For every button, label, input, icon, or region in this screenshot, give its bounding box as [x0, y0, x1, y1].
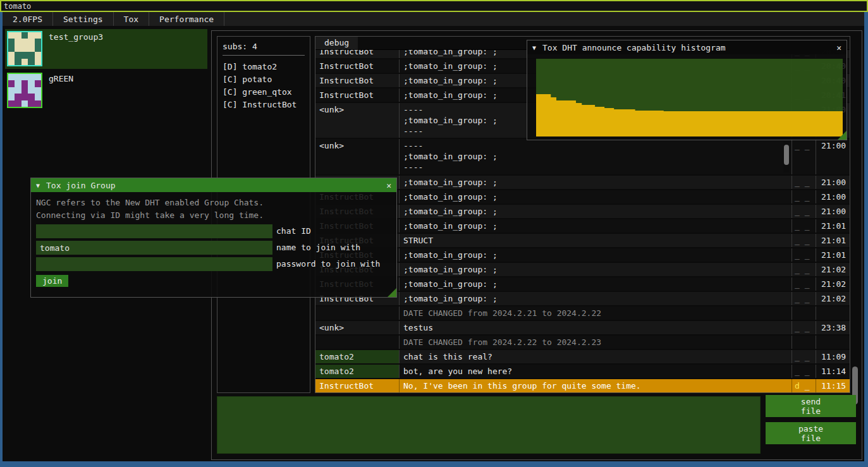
message-timestamp: 11:15	[816, 379, 850, 392]
resize-grip-icon[interactable]	[838, 131, 847, 140]
message-text: No, I've been in this group for quite so…	[399, 379, 792, 392]
message-status-flags: _ _	[792, 139, 816, 174]
message-status-flags: _ _	[792, 277, 816, 291]
join-group-title: Tox join Group	[46, 181, 380, 190]
message-sender: InstructBot	[315, 50, 399, 58]
message-text: bot, are you new here?	[399, 365, 792, 378]
message-status-flags: _ _	[792, 248, 816, 262]
tab-debug[interactable]: debug	[315, 37, 358, 49]
message-timestamp: 21:01	[816, 219, 850, 233]
message-timestamp: 23:38	[816, 321, 850, 334]
close-icon[interactable]: ✕	[836, 43, 841, 52]
join-group-titlebar[interactable]: ▼ Tox join Group ✕	[31, 178, 396, 192]
chat-message-row[interactable]: tomato2 bot, are you new here? _ _ 11:14	[315, 365, 850, 379]
message-status-flags	[792, 336, 816, 349]
chat-message-row[interactable]: InstructBot No, I've been in this group …	[315, 379, 850, 392]
message-text: ;tomato_in_group: ;	[399, 176, 792, 189]
join-password-label: password to join with	[276, 257, 380, 271]
chat-message-row[interactable]: <unk> ----;tomato_in_group: ;---- _ _ 21…	[315, 139, 850, 176]
message-timestamp: 11:14	[816, 365, 850, 378]
dht-histogram-window: ▼ Tox DHT announce capability histogram …	[527, 40, 847, 140]
chat-id-input[interactable]	[36, 224, 272, 238]
message-timestamp	[816, 306, 850, 320]
close-icon[interactable]: ✕	[386, 181, 391, 190]
subscriber-item[interactable]: [C] green_qtox	[223, 86, 305, 99]
message-text: DATE CHANGED from 2024.2.21 to 2024.2.22	[399, 306, 792, 320]
message-status-flags: _ _	[792, 190, 816, 203]
message-timestamp: 21:02	[816, 277, 850, 291]
subscribers-count: subs: 4	[223, 42, 305, 51]
menu-tox[interactable]: Tox	[114, 12, 149, 26]
window-titlebar[interactable]: tomato	[0, 0, 868, 12]
dht-histogram-plot	[536, 59, 843, 136]
message-timestamp: 21:02	[816, 263, 850, 276]
message-status-flags: _ _	[792, 205, 816, 218]
message-status-flags: _ _	[792, 292, 816, 305]
chat-message-row[interactable]: tomato2 chat is this real? _ _ 11:09	[315, 350, 850, 365]
message-status-flags: _ _	[792, 350, 816, 363]
window-title: tomato	[4, 2, 31, 11]
group-avatar	[7, 31, 42, 66]
collapse-arrow-icon[interactable]: ▼	[36, 182, 40, 189]
message-timestamp	[816, 336, 850, 349]
message-timestamp: 21:00	[816, 190, 850, 203]
dht-histogram-titlebar[interactable]: ▼ Tox DHT announce capability histogram …	[527, 40, 847, 54]
message-text: ;tomato_in_group: ;	[399, 248, 792, 262]
message-timestamp: 21:01	[816, 248, 850, 262]
message-scrollbar[interactable]	[783, 141, 790, 173]
join-button[interactable]: join	[36, 275, 68, 287]
chat-message-row[interactable]: DATE CHANGED from 2024.2.22 to 2024.2.23	[315, 336, 850, 350]
message-sender: InstructBot	[315, 379, 399, 392]
message-timestamp: 21:00	[816, 139, 850, 174]
menu-settings[interactable]: Settings	[53, 12, 114, 26]
message-sender: <unk>	[315, 139, 399, 174]
app-window: tomato 2.0FPS Settings Tox Performance t…	[0, 0, 868, 467]
send-file-button[interactable]: send file	[766, 395, 856, 417]
paste-file-button[interactable]: paste file	[766, 422, 856, 444]
message-text: ;tomato_in_group: ;	[399, 190, 792, 203]
resize-grip-icon[interactable]	[388, 288, 396, 297]
join-name-input[interactable]	[36, 241, 272, 255]
chat-message-row[interactable]: DATE CHANGED from 2024.2.21 to 2024.2.22	[315, 306, 850, 321]
message-text: chat is this real?	[399, 350, 792, 363]
message-text: ;tomato_in_group: ;	[399, 263, 792, 276]
message-sender	[315, 306, 399, 320]
message-sender: InstructBot	[315, 88, 399, 102]
message-sender: InstructBot	[315, 59, 399, 73]
join-description-line2: Connecting via ID might take a very long…	[36, 209, 391, 222]
message-text: ;tomato_in_group: ;	[399, 292, 792, 305]
main-area: test_group3 gREEN subs: 4 [D] tomato2[C]…	[3, 26, 864, 461]
message-status-flags: _ _	[792, 176, 816, 189]
collapse-arrow-icon[interactable]: ▼	[532, 44, 536, 51]
subscriber-item[interactable]: [D] tomato2	[223, 61, 305, 73]
message-text: ----;tomato_in_group: ;----	[399, 139, 792, 174]
message-status-flags: _ _	[792, 263, 816, 276]
join-password-input[interactable]	[36, 257, 272, 271]
subscriber-item[interactable]: [C] potato	[223, 73, 305, 86]
message-status-flags: _ _	[792, 365, 816, 378]
join-group-window: ▼ Tox join Group ✕ NGC refers to the New…	[30, 178, 397, 298]
group-item-test-group3[interactable]: test_group3	[5, 29, 207, 69]
histogram-area	[536, 59, 843, 136]
group-name: test_group3	[49, 31, 103, 67]
message-sender: <unk>	[315, 321, 399, 334]
message-sender: <unk>	[315, 103, 399, 138]
message-sender: InstructBot	[315, 74, 399, 87]
menu-bar: 2.0FPS Settings Tox Performance	[3, 12, 864, 26]
fps-indicator: 2.0FPS	[3, 12, 53, 26]
message-timestamp: 21:00	[816, 176, 850, 189]
message-sender: tomato2	[315, 350, 399, 363]
message-status-flags: _ _	[792, 219, 816, 233]
message-status-flags: d _	[792, 379, 816, 392]
message-input[interactable]	[217, 396, 761, 454]
dht-histogram-title: Tox DHT announce capability histogram	[542, 43, 830, 52]
message-status-flags: _ _	[792, 321, 816, 334]
message-text: ;tomato_in_group: ;	[399, 205, 792, 218]
menu-performance[interactable]: Performance	[149, 12, 224, 26]
window-frame: 2.0FPS Settings Tox Performance test_gro…	[0, 12, 868, 467]
join-description-line1: NGC refers to the New DHT enabled Group …	[36, 197, 391, 209]
group-item-green[interactable]: gREEN	[5, 71, 207, 111]
subscriber-item[interactable]: [C] InstructBot	[223, 99, 305, 111]
message-timestamp: 11:09	[816, 350, 850, 363]
chat-message-row[interactable]: <unk> testus _ _ 23:38	[315, 321, 850, 336]
